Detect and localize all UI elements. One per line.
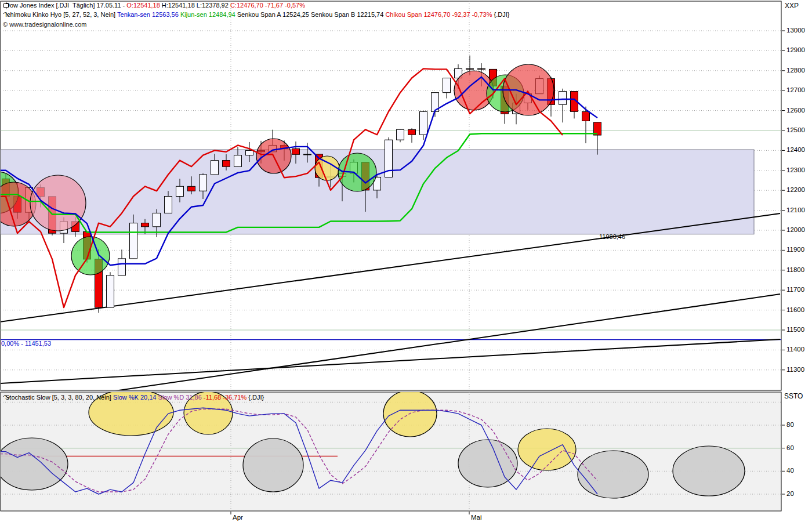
highlight-ellipse-gray: [458, 440, 517, 487]
candle-body: [466, 68, 474, 69]
candle-body: [211, 161, 219, 175]
stoch-change-values: -11,68 -36,71%: [202, 394, 246, 401]
highlight-ellipse-yellow: [518, 429, 576, 470]
candle-body: [176, 186, 184, 196]
ichimoku-title: Ichimoku Kinko Hyo [5, 27, 52, 3, Nein]: [5, 11, 117, 18]
highlight-circle-pink: [30, 175, 86, 231]
y-axis-label: 11700: [786, 286, 804, 293]
y-axis-label: 11400: [786, 346, 804, 353]
y-axis-label: 13000: [786, 27, 805, 34]
y-axis-label: 12100: [786, 206, 805, 213]
y-axis-label: 12300: [786, 166, 805, 173]
high-low-values: H:12541,18 L:12378,92: [160, 2, 230, 9]
copyright-text: © www.tradesignalonline.com: [3, 21, 86, 28]
highlight-circle-green: [71, 237, 110, 275]
candle-body: [153, 213, 161, 226]
fib-level-label: 0,00% - 11451,53: [1, 340, 51, 347]
tenkan-value: Tenkan-sen 12563,56: [117, 11, 179, 18]
candle-body: [420, 111, 427, 135]
candle-body: [397, 129, 404, 140]
kijun-value: Kijun-sen 12484,94: [179, 11, 235, 18]
highlight-circle-yellow: [315, 156, 339, 180]
y-axis-label: 11500: [786, 326, 804, 333]
senkou-values: Senkou Span A 12524,25 Senkou Span B 122…: [235, 11, 384, 18]
highlight-ellipse-gray: [673, 446, 745, 496]
candle-body: [559, 92, 567, 105]
y-axis-label: 11300: [786, 366, 804, 373]
x-axis-label: Apr: [233, 514, 243, 521]
candle-body: [130, 223, 137, 259]
open-value: O:12541,18: [126, 2, 160, 9]
y-axis-label: 12900: [786, 46, 805, 53]
y-axis-label: 11800: [786, 266, 804, 273]
candle-body: [246, 150, 253, 155]
y-axis-label: 12400: [786, 146, 805, 153]
y-axis-label: 11900: [786, 246, 804, 253]
stochastic-legend: Stochastic Slow [5, 3, 3, 80, 20, Nein] …: [3, 394, 264, 401]
stoch-axis-label: 20: [786, 490, 794, 497]
y-axis-label: 12500: [786, 126, 805, 133]
stoch-axis-label: 60: [786, 444, 794, 451]
stoch-axis-label: 40: [786, 467, 794, 474]
chart-window: Dow Jones Index [.DJI Täglich] 17.05.11 …: [0, 0, 812, 522]
candle-body: [582, 111, 590, 121]
candle-body: [292, 148, 300, 154]
candle-body: [142, 223, 149, 227]
highlight-ellipse-gray: [243, 438, 303, 492]
slow-d-value: Slow %D 31,86: [157, 394, 202, 401]
candle-body: [234, 155, 242, 167]
y-axis-label: 12000: [786, 226, 805, 233]
highlight-ellipse-gray: [578, 451, 648, 498]
candle-body: [478, 68, 485, 69]
candle-body: [188, 186, 195, 191]
y-axis-label: 12700: [786, 86, 805, 93]
y-axis-label: 12600: [786, 107, 805, 114]
candle-body: [118, 259, 126, 276]
symbol-tag: {.DJI}: [492, 11, 510, 18]
stochastic-title: Stochastic Slow [5, 3, 3, 80, 20, Nein]: [5, 394, 113, 401]
y-axis-label: 12200: [786, 186, 805, 193]
stoch-scale-tag: SSTO: [784, 392, 803, 400]
stoch-axis-label: 80: [786, 421, 794, 428]
symbol-tag: {.DJI}: [246, 394, 264, 401]
candle-body: [223, 161, 230, 167]
y-axis-label: 11600: [786, 306, 804, 313]
candle-body: [443, 78, 451, 93]
series-title: Dow Jones Index [.DJI Täglich] 17.05.11 …: [5, 2, 126, 9]
zone-price-label: 11980,46: [599, 233, 625, 240]
candle-body: [408, 129, 416, 135]
x-axis-label: Mai: [471, 514, 482, 521]
candle-body: [107, 276, 114, 307]
copyright-line: © www.tradesignalonline.com: [3, 21, 86, 28]
candle-body: [165, 197, 172, 213]
candle-body: [200, 175, 207, 191]
close-change-values: C:12476,70 -71,67 -0,57%: [230, 2, 305, 9]
chikou-value: Chikou Span 12476,70 -92,37 -0,73%: [383, 11, 492, 18]
candle-body: [304, 154, 311, 155]
slow-k-value: Slow %K 20,14: [113, 394, 157, 401]
highlight-ellipse-gray: [0, 438, 68, 490]
price-series-legend: Dow Jones Index [.DJI Täglich] 17.05.11 …: [3, 2, 305, 9]
ichimoku-legend: Ichimoku Kinko Hyo [5, 27, 52, 3, Nein] …: [3, 11, 509, 19]
main-scale-tag: XXP: [785, 2, 799, 10]
chart-canvas[interactable]: [0, 0, 812, 522]
y-axis-label: 12800: [786, 67, 805, 74]
